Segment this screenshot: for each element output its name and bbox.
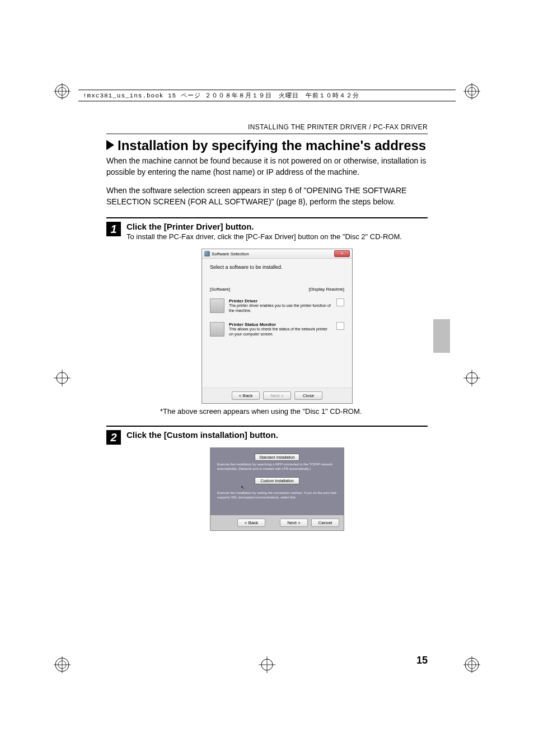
- step-1-divider: [106, 217, 428, 218]
- custom-installation-button[interactable]: Custom installation: [255, 477, 299, 484]
- step-2-title: Click the [Custom installation] button.: [127, 430, 428, 440]
- status-monitor-desc: This allows you to check the status of t…: [229, 327, 332, 337]
- close-button[interactable]: Close: [294, 391, 322, 400]
- triangle-bullet-icon: [106, 140, 114, 150]
- standard-installation-desc: Execute the installation by searching a …: [217, 463, 337, 472]
- step-1-number: 1: [106, 222, 121, 236]
- intro-paragraph-1: When the machine cannot be found because…: [106, 156, 428, 178]
- registration-mark-tr: [463, 83, 480, 100]
- label-display-readme: [Display Readme]: [309, 287, 344, 292]
- registration-mark-tl: [54, 83, 71, 100]
- step-2-number: 2: [106, 430, 121, 445]
- step-2: 2 Click the [Custom installation] button…: [106, 426, 428, 531]
- header-filename-strip: !mxc381_us_ins.book 15 ページ ２００８年８月１９日 火曜…: [78, 90, 456, 101]
- dialog1-title: Software Selection: [212, 251, 249, 256]
- screenshot1-caption: *The above screen appears when using the…: [160, 407, 428, 416]
- printer-driver-title: Printer Driver: [229, 298, 332, 304]
- step-1-title: Click the [Printer Driver] button.: [127, 222, 428, 231]
- screenshot-installation-type: Standard installation Execute the instal…: [210, 447, 344, 531]
- registration-mark-br: [463, 656, 480, 673]
- dialog1-prompt: Select a software to be installed.: [210, 264, 344, 270]
- registration-mark-left: [54, 370, 71, 386]
- page-number: 15: [416, 655, 428, 666]
- section-heading: Installation by specifying the machine's…: [106, 138, 428, 153]
- side-thumb-tab: [433, 319, 450, 353]
- breadcrumb: INSTALLING THE PRINTER DRIVER / PC-FAX D…: [106, 123, 428, 131]
- next-button[interactable]: Next >: [263, 391, 291, 400]
- readme-icon[interactable]: [336, 298, 344, 306]
- registration-mark-right: [463, 370, 480, 386]
- standard-installation-button[interactable]: Standard installation: [255, 454, 299, 461]
- item-status-monitor[interactable]: Printer Status Monitor This allows you t…: [210, 318, 344, 341]
- cancel-button[interactable]: Cancel: [311, 519, 339, 527]
- custom-installation-desc: Execute the installation by setting the …: [217, 491, 337, 500]
- printer-driver-icon: [210, 298, 224, 313]
- registration-mark-bl: [54, 656, 71, 673]
- next-button-2[interactable]: Next >: [280, 519, 308, 527]
- step-1: 1 Click the [Printer Driver] button. To …: [106, 217, 428, 416]
- item-printer-driver[interactable]: Printer Driver The printer driver enable…: [210, 294, 344, 318]
- step-1-desc: To install the PC-Fax driver, click the …: [127, 232, 428, 241]
- cursor-icon: ↖: [241, 485, 360, 490]
- readme-icon[interactable]: [336, 322, 344, 330]
- screenshot-software-selection: Software Selection × Select a software t…: [202, 249, 353, 404]
- registration-mark-bottom: [259, 656, 275, 673]
- section-heading-text: Installation by specifying the machine's…: [118, 138, 426, 153]
- status-monitor-icon: [210, 322, 224, 337]
- label-software: [Software]: [210, 287, 230, 292]
- header-filename-text: !mxc381_us_ins.book 15 ページ ２００８年８月１９日 火曜…: [83, 92, 359, 99]
- back-button-2[interactable]: < Back: [237, 519, 265, 527]
- breadcrumb-divider: [106, 133, 428, 134]
- step-2-divider: [106, 426, 428, 427]
- window-icon: [204, 251, 210, 256]
- close-icon[interactable]: ×: [334, 250, 350, 257]
- intro-paragraph-2: When the software selection screen appea…: [106, 185, 428, 207]
- status-monitor-title: Printer Status Monitor: [229, 322, 332, 327]
- printer-driver-desc: The printer driver enables you to use th…: [229, 304, 332, 313]
- back-button[interactable]: < Back: [232, 391, 260, 400]
